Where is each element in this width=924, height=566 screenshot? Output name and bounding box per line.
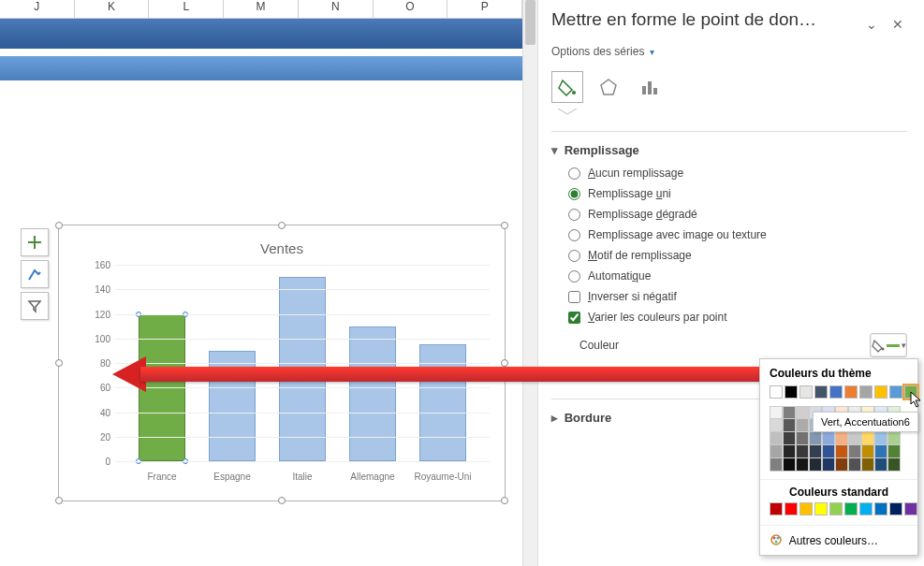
standard-color-swatch[interactable] xyxy=(859,502,873,515)
chart-styles-button[interactable] xyxy=(21,260,49,288)
theme-shade-swatch[interactable] xyxy=(770,445,783,458)
fill-color-button[interactable]: ▾ xyxy=(870,333,907,357)
radio-pic[interactable] xyxy=(568,229,580,241)
radio-pat[interactable] xyxy=(568,250,580,262)
theme-shade-swatch[interactable] xyxy=(822,445,835,458)
standard-color-swatch[interactable] xyxy=(889,502,902,515)
theme-color-swatch[interactable] xyxy=(844,385,858,399)
radio-solid[interactable] xyxy=(568,188,580,200)
col-header-O[interactable]: O xyxy=(374,0,448,18)
standard-color-swatch[interactable] xyxy=(874,502,887,515)
theme-shade-swatch[interactable] xyxy=(861,432,874,445)
standard-color-swatch[interactable] xyxy=(785,502,798,515)
theme-shade-swatch[interactable] xyxy=(783,406,796,419)
theme-color-swatch[interactable] xyxy=(785,385,798,399)
theme-color-swatch[interactable] xyxy=(799,385,813,399)
theme-shade-swatch[interactable] xyxy=(796,432,809,445)
col-header-L[interactable]: L xyxy=(149,0,224,18)
theme-shade-swatch[interactable] xyxy=(835,432,848,445)
standard-color-swatch[interactable] xyxy=(770,502,783,515)
fill-option-solid[interactable]: Remplissage uni xyxy=(551,183,907,204)
theme-shade-swatch[interactable] xyxy=(809,458,822,472)
y-axis-label: 60 xyxy=(59,383,110,393)
fill-option-pat[interactable]: Motif de remplissage xyxy=(551,245,907,266)
theme-color-swatch[interactable] xyxy=(874,385,887,399)
theme-color-swatch[interactable] xyxy=(859,385,873,399)
panel-close-icon[interactable]: ✕ xyxy=(892,17,903,32)
theme-color-swatch[interactable] xyxy=(814,385,828,399)
bar-italie[interactable] xyxy=(279,277,326,461)
fill-option-grad[interactable]: Remplissage dégradé xyxy=(551,204,907,225)
fill-option-auto[interactable]: Automatique xyxy=(551,266,907,286)
theme-shade-swatch[interactable] xyxy=(874,432,887,445)
tab-fill-icon[interactable] xyxy=(551,71,583,103)
bar-allemagne[interactable] xyxy=(349,327,396,461)
chart-container[interactable]: Ventes FranceEspagneItalieAllemagneRoyau… xyxy=(58,225,506,501)
theme-shade-swatch[interactable] xyxy=(822,432,835,445)
theme-shade-swatch[interactable] xyxy=(783,419,796,432)
scrollbar-thumb[interactable] xyxy=(525,0,535,45)
theme-shade-swatch[interactable] xyxy=(887,458,901,472)
theme-shade-swatch[interactable] xyxy=(796,445,809,458)
panel-collapse-icon[interactable]: ⌄ xyxy=(866,17,877,32)
theme-shade-swatch[interactable] xyxy=(783,458,796,472)
radio-auto[interactable] xyxy=(568,270,580,283)
series-options-dropdown[interactable]: Options des séries▾ xyxy=(551,45,907,58)
theme-shade-swatch[interactable] xyxy=(848,432,861,445)
theme-shade-swatch[interactable] xyxy=(861,445,874,458)
theme-shade-swatch[interactable] xyxy=(796,406,809,419)
theme-shade-swatch[interactable] xyxy=(783,432,796,445)
theme-shade-swatch[interactable] xyxy=(809,445,822,458)
panel-tabs xyxy=(551,71,907,103)
theme-shade-swatch[interactable] xyxy=(887,432,901,445)
theme-shade-swatch[interactable] xyxy=(796,458,809,472)
col-header-M[interactable]: M xyxy=(224,0,299,18)
theme-color-swatch[interactable] xyxy=(770,385,783,399)
col-header-N[interactable]: N xyxy=(299,0,374,18)
bar-espagne[interactable] xyxy=(209,351,256,461)
tab-series-icon[interactable] xyxy=(634,71,666,103)
section-fill-header[interactable]: ▾ Remplissage xyxy=(551,138,907,163)
theme-shade-swatch[interactable] xyxy=(848,458,861,472)
theme-color-swatch[interactable] xyxy=(829,385,843,399)
chart-title[interactable]: Ventes xyxy=(59,240,505,256)
checkbox-invert[interactable] xyxy=(568,291,580,303)
theme-shade-swatch[interactable] xyxy=(887,445,901,458)
standard-color-swatch[interactable] xyxy=(829,502,843,515)
chart-elements-button[interactable] xyxy=(21,228,49,256)
standard-color-swatch[interactable] xyxy=(814,502,828,515)
fill-option-none[interactable]: Aucun remplissage xyxy=(551,163,907,183)
standard-color-swatch[interactable] xyxy=(844,502,858,515)
theme-shade-swatch[interactable] xyxy=(770,432,783,445)
standard-color-swatch[interactable] xyxy=(799,502,813,515)
theme-color-swatch[interactable] xyxy=(889,385,902,399)
col-header-J[interactable]: J xyxy=(0,0,75,18)
theme-shade-swatch[interactable] xyxy=(783,445,796,458)
theme-shade-swatch[interactable] xyxy=(822,458,835,472)
theme-shade-swatch[interactable] xyxy=(770,406,783,419)
radio-grad[interactable] xyxy=(568,209,580,221)
standard-color-swatch[interactable] xyxy=(904,502,917,515)
theme-shade-swatch[interactable] xyxy=(835,458,848,472)
more-colors-button[interactable]: Autres couleurs… xyxy=(760,525,917,555)
chart-filters-button[interactable] xyxy=(21,292,49,320)
col-header-K[interactable]: K xyxy=(75,0,150,18)
checkbox-vary[interactable] xyxy=(568,312,580,324)
theme-shade-swatch[interactable] xyxy=(770,458,783,472)
svg-point-10 xyxy=(777,537,780,540)
radio-none[interactable] xyxy=(568,167,580,180)
theme-shade-swatch[interactable] xyxy=(848,445,861,458)
theme-shade-swatch[interactable] xyxy=(809,432,822,445)
theme-shade-swatch[interactable] xyxy=(770,419,783,432)
theme-shade-swatch[interactable] xyxy=(874,445,887,458)
vertical-scrollbar[interactable] xyxy=(522,0,538,566)
col-header-P[interactable]: P xyxy=(447,0,522,18)
theme-shade-swatch[interactable] xyxy=(796,419,809,432)
theme-shade-swatch[interactable] xyxy=(874,458,887,472)
fill-option-invert[interactable]: Inverser si négatif xyxy=(551,286,907,307)
theme-shade-swatch[interactable] xyxy=(861,458,874,472)
fill-option-pic[interactable]: Remplissage avec image ou texture xyxy=(551,225,907,245)
theme-shade-swatch[interactable] xyxy=(835,445,848,458)
fill-option-vary[interactable]: Varier les couleurs par point xyxy=(551,307,907,327)
tab-effects-icon[interactable] xyxy=(593,71,624,103)
